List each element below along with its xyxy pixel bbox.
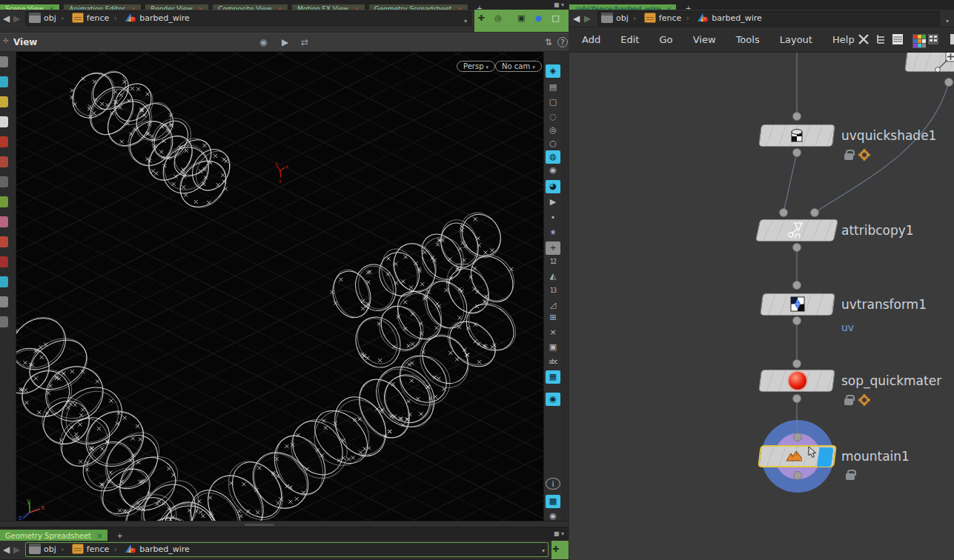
shelf-tool-13-icon[interactable] — [0, 296, 8, 307]
tab-network-path[interactable]: /obj/fence/barbed_wire× — [569, 4, 676, 10]
headlight-icon[interactable]: ◍ — [546, 150, 560, 164]
breadcrumb[interactable]: obj › fence › barbed_wire — [25, 11, 471, 26]
node-title[interactable]: uvquickshade1 — [841, 124, 936, 147]
dropdown-icon[interactable]: ▾ — [561, 530, 564, 537]
square-icon[interactable]: □ — [549, 10, 562, 27]
select-tool-icon[interactable]: ▶ — [282, 37, 288, 47]
point-normals-icon[interactable]: ◭ — [546, 270, 560, 283]
shelf-tool-14-icon[interactable] — [0, 316, 8, 327]
new-tab-button[interactable]: + — [113, 531, 127, 541]
pane-menu-icon[interactable]: ■ — [554, 1, 560, 8]
menu-tools[interactable]: Tools — [728, 27, 768, 53]
shape-grid-icon[interactable] — [927, 33, 940, 47]
tab-animation-editor[interactable]: Animation Editor× — [64, 4, 141, 10]
list-view-icon[interactable] — [891, 33, 904, 47]
text-display-icon[interactable]: abc — [546, 356, 560, 369]
breadcrumb-obj[interactable]: obj — [601, 12, 629, 25]
node-title[interactable]: sop_quickmater — [841, 370, 941, 392]
back-button[interactable]: ◀ — [3, 543, 10, 556]
color-palette-icon[interactable] — [912, 34, 926, 47]
breadcrumb[interactable]: obj › fence › barbed_wire ▾ — [25, 542, 549, 557]
tab-scene-view[interactable]: Scene View× — [0, 4, 59, 10]
overflow-icon[interactable] — [949, 33, 954, 47]
display-flag[interactable] — [817, 447, 833, 467]
point-numbers-icon[interactable]: 12 — [546, 256, 560, 269]
rings-icon[interactable]: ◎ — [491, 10, 505, 27]
lamp-icon[interactable]: ○ — [546, 137, 560, 150]
breadcrumb-obj[interactable]: obj — [29, 543, 56, 556]
menu-view[interactable]: View — [685, 27, 724, 53]
menu-add[interactable]: Add — [574, 27, 609, 53]
node-title[interactable]: mountain1 — [841, 445, 910, 467]
breadcrumb-fence[interactable]: fence — [72, 543, 109, 556]
forward-button[interactable]: ▶ — [13, 12, 20, 25]
view-mode-icon[interactable]: ◈ — [546, 64, 560, 78]
menu-go[interactable]: Go — [652, 27, 681, 53]
tab-motion-fx-view[interactable]: Motion FX View× — [292, 4, 364, 10]
display-options-icon[interactable]: ⇅ — [545, 37, 552, 47]
shelf-tool-11-icon[interactable] — [0, 256, 8, 267]
shelf-tool-9-icon[interactable] — [0, 216, 8, 227]
view-tool-icon[interactable]: ◉ — [259, 37, 267, 47]
transform-tool-icon[interactable]: ⇄ — [301, 37, 308, 47]
shelf-tool-8-icon[interactable] — [0, 196, 8, 207]
tab-render-view[interactable]: Render View× — [145, 4, 208, 10]
pane-splitter-vertical[interactable] — [561, 52, 569, 521]
spotlight-icon[interactable]: ◌ — [546, 110, 560, 124]
shelf-tool-1-icon[interactable] — [0, 56, 8, 67]
cube-icon[interactable]: ▣ — [514, 10, 528, 27]
axis-display-icon[interactable]: × — [546, 326, 560, 339]
shelf-tool-3-icon[interactable] — [0, 96, 8, 107]
tab-geometry-spreadsheet[interactable]: Geometry Spreadsheet× — [369, 4, 468, 10]
tools-wrench-icon[interactable] — [857, 33, 870, 47]
breadcrumb-barbed-wire[interactable]: barbed_wire — [697, 12, 762, 25]
shaded-display-icon[interactable]: ◕ — [546, 180, 560, 193]
close-icon[interactable]: × — [96, 532, 102, 540]
camera-icon[interactable]: ▣ — [546, 341, 560, 354]
path-dropdown-icon[interactable]: ▾ — [464, 15, 467, 28]
perspective-selector[interactable]: Persp▾ — [457, 61, 495, 72]
help-icon[interactable]: ? — [557, 37, 568, 47]
splitter-handle[interactable] — [245, 524, 274, 526]
path-dropdown-icon[interactable]: ▾ — [946, 15, 949, 28]
breadcrumb-fence[interactable]: fence — [72, 12, 109, 25]
point-display-icon[interactable]: • — [546, 211, 560, 224]
globe-light-icon[interactable]: ◎ — [546, 124, 560, 137]
handles-icon[interactable]: ⊞ — [546, 311, 560, 324]
breadcrumb-fence[interactable]: fence — [644, 12, 681, 25]
bulb-icon[interactable]: ◉ — [546, 164, 560, 177]
shelf-tool-10-icon[interactable] — [0, 236, 8, 247]
shelf-tool-12-icon[interactable] — [0, 276, 8, 287]
terrain-display-icon[interactable]: ▦ — [546, 370, 560, 384]
shelf-tool-2-icon[interactable] — [0, 76, 8, 87]
sphere-icon[interactable]: ● — [531, 10, 545, 27]
prim-numbers-icon[interactable]: 13 — [546, 284, 560, 298]
menu-edit[interactable]: Edit — [612, 27, 647, 53]
dropdown-icon[interactable]: ▾ — [561, 1, 564, 8]
location-pin-icon[interactable]: ◉ — [546, 393, 560, 406]
breadcrumb[interactable]: obj › fence › barbed_wire — [597, 11, 940, 26]
viewport-3d[interactable]: yxz Persp▾ No cam▾ y x z — [16, 52, 543, 521]
info-icon[interactable]: i — [546, 478, 560, 490]
vertex-display-icon[interactable]: ∗ — [546, 226, 560, 239]
network-canvas[interactable]: uvquickshade1 attribcopy1 uvtransform1 u… — [569, 53, 954, 560]
menu-layout[interactable]: Layout — [772, 27, 821, 53]
node-title[interactable]: uvtransform1 — [841, 293, 927, 316]
node-title[interactable]: attribcopy1 — [841, 219, 914, 241]
prim-normals-icon[interactable]: ◿ — [546, 299, 560, 312]
shelf-tool-7-icon[interactable] — [0, 176, 8, 187]
pane-menu-icon[interactable]: ■ — [554, 530, 560, 537]
forward-button[interactable]: ▶ — [13, 543, 20, 556]
lock-camera-icon[interactable]: ▢ — [546, 96, 560, 109]
select-arrow-icon[interactable] — [0, 116, 8, 127]
camera-selector[interactable]: No cam▾ — [495, 61, 542, 72]
tree-view-icon[interactable] — [875, 33, 888, 47]
forward-button[interactable]: ▶ — [584, 12, 591, 25]
select-visible-icon[interactable]: ▶ — [546, 196, 560, 209]
pin-icon[interactable]: ✚ — [551, 541, 560, 559]
breadcrumb-barbed-wire[interactable]: barbed_wire — [125, 543, 190, 556]
breadcrumb-obj[interactable]: obj — [29, 12, 56, 25]
pick-tool-icon[interactable]: + — [546, 241, 560, 255]
path-dropdown-icon[interactable]: ▾ — [542, 544, 545, 557]
new-tab-button[interactable]: + — [472, 4, 487, 10]
